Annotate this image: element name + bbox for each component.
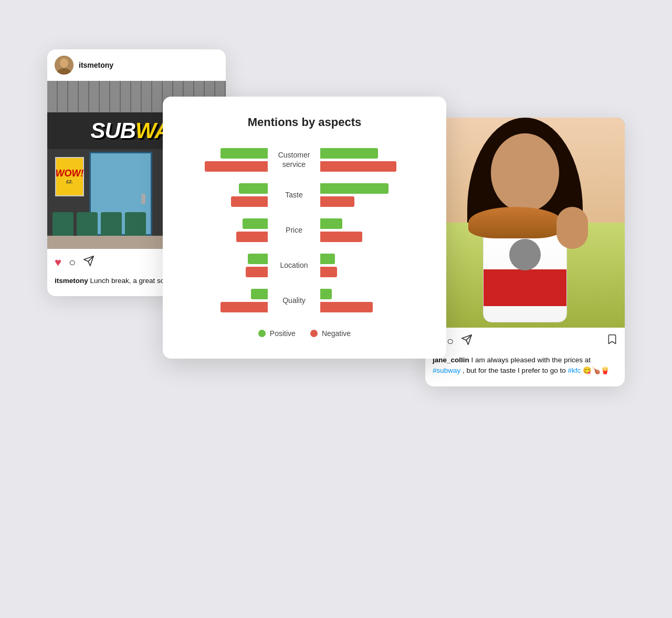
bar-left-red-taste	[231, 196, 268, 207]
door-handle	[141, 194, 145, 204]
bar-right-green-location	[320, 254, 335, 264]
chart-row-price: Price	[184, 218, 425, 242]
share-icon-right[interactable]	[461, 334, 472, 349]
right-emoji: 😋🍗🍟	[583, 366, 610, 374]
positive-dot	[258, 330, 266, 337]
chart-legend: Positive Negative	[184, 329, 425, 338]
bar-right-green-taste	[320, 183, 388, 194]
chart-row-location: Location	[184, 254, 425, 277]
legend-negative: Negative	[310, 329, 351, 338]
bar-left-green-quality	[251, 289, 268, 299]
bar-left-red-cs	[205, 161, 268, 172]
bars-left-price	[184, 218, 268, 242]
bar-left-red-location	[246, 267, 268, 277]
aspect-label-location: Location	[268, 260, 320, 270]
bars-left-quality	[184, 289, 268, 312]
kfc-bucket-body	[483, 233, 567, 322]
bar-right-green-quality	[320, 289, 332, 299]
negative-label: Negative	[322, 329, 351, 338]
right-post-image	[425, 118, 625, 328]
avatar	[55, 56, 74, 75]
chicken-pieces	[468, 207, 563, 238]
bars-right-location	[320, 254, 404, 277]
face	[491, 133, 559, 212]
bar-right-red-price	[320, 232, 362, 242]
chair-2	[77, 212, 98, 238]
scene: itsmetony SUBWAY ↗ WOW! £2.	[47, 34, 625, 585]
chart-row-customer-service: Customerservice	[184, 148, 425, 172]
wow-text: WOW!	[56, 169, 84, 178]
negative-dot	[310, 330, 318, 337]
bar-right-red-taste	[320, 196, 354, 207]
aspect-label-price: Price	[268, 225, 320, 235]
bar-right-green-cs	[320, 148, 378, 159]
aspect-label-taste: Taste	[268, 190, 320, 200]
share-icon[interactable]	[83, 255, 94, 270]
right-caption-text2: , but for the taste I prefer to go to	[463, 366, 568, 374]
chart-title: Mentions by aspects	[184, 116, 425, 129]
center-card: Mentions by aspects Customerservice	[163, 97, 446, 359]
chair-4	[125, 212, 146, 238]
bars-right-cs	[320, 148, 404, 172]
right-hashtag1[interactable]: #subway	[433, 366, 460, 374]
positive-label: Positive	[270, 329, 296, 338]
right-card-caption: jane_collin I am always pleased with the…	[425, 353, 625, 387]
chart-area: Customerservice Taste	[184, 148, 425, 312]
bars-left-taste	[184, 183, 268, 207]
comment-icon-right[interactable]: ○	[447, 334, 454, 348]
kfc-red-stripe	[484, 269, 566, 306]
bar-right-red-cs	[320, 161, 396, 172]
chair-1	[52, 212, 74, 238]
bar-right-red-location	[320, 267, 337, 277]
chairs-area	[52, 212, 146, 238]
aspect-label-quality: Quality	[268, 296, 320, 305]
bars-right-quality	[320, 289, 404, 312]
chair-3	[101, 212, 122, 238]
right-card-actions: ♥ ○	[425, 328, 625, 353]
right-caption-text1: I am always pleased with the prices at	[471, 356, 591, 364]
heart-icon[interactable]: ♥	[55, 256, 61, 269]
bars-left-cs	[184, 148, 268, 172]
bar-left-green-price	[243, 218, 268, 229]
bar-left-green-location	[248, 254, 268, 264]
legend-positive: Positive	[258, 329, 296, 338]
wow-poster: WOW! £2.	[55, 157, 84, 196]
kfc-image	[425, 118, 625, 328]
aspect-label-cs: Customerservice	[268, 150, 320, 169]
comment-icon[interactable]: ○	[69, 256, 76, 269]
left-caption-username: itsmetony	[55, 277, 88, 285]
bar-right-green-price	[320, 218, 342, 229]
right-card: ♥ ○ jane_collin I am always pleased with…	[425, 118, 625, 387]
hand	[556, 207, 588, 249]
bar-left-green-cs	[220, 148, 268, 159]
kfc-bucket	[483, 233, 567, 322]
bars-right-price	[320, 218, 404, 242]
chart-row-taste: Taste	[184, 183, 425, 207]
kfc-colonel	[509, 239, 541, 270]
bar-right-red-quality	[320, 302, 373, 312]
right-hashtag2[interactable]: #kfc	[568, 366, 581, 374]
bookmark-icon[interactable]	[607, 334, 617, 348]
bars-left-location	[184, 254, 268, 277]
bar-left-green-taste	[239, 183, 268, 194]
left-card-header: itsmetony	[47, 49, 226, 81]
bars-right-taste	[320, 183, 404, 207]
left-username: itsmetony	[79, 61, 113, 69]
svg-point-1	[60, 58, 68, 68]
bar-left-red-price	[236, 232, 268, 242]
chart-row-quality: Quality	[184, 289, 425, 312]
bar-left-red-quality	[220, 302, 268, 312]
